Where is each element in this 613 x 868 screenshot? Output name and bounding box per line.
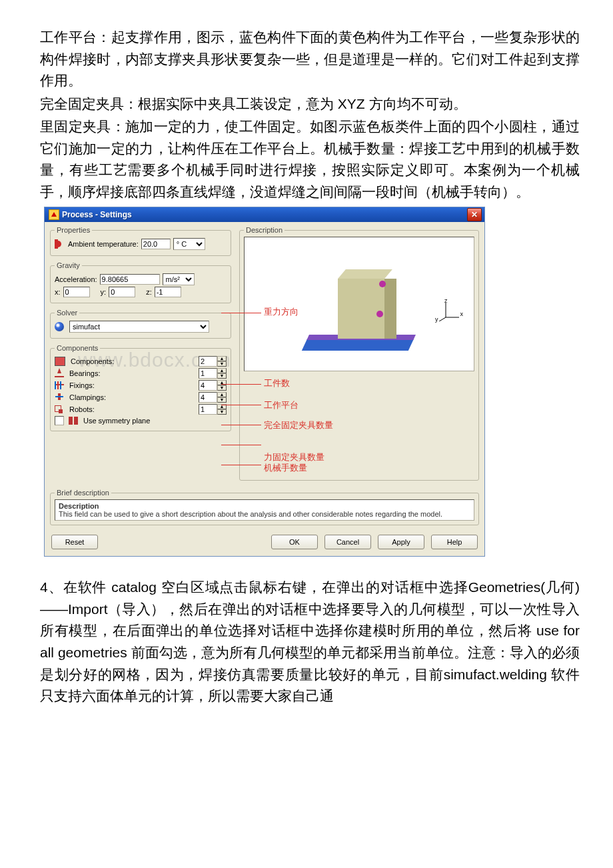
fixings-spinner[interactable]: ▲▼ xyxy=(199,380,227,391)
components-group: Components Components: ▲▼ Bearings: xyxy=(50,344,231,431)
components-icon xyxy=(55,357,65,366)
annotation-components: 工件数 xyxy=(264,377,290,389)
gravity-legend: Gravity xyxy=(55,261,82,269)
brief-legend: Brief description xyxy=(55,489,111,497)
paragraph-1: 工作平台：起支撑作用，图示，蓝色构件下面的黄色构件为工作平台，一些复杂形状的构件… xyxy=(40,27,580,92)
components-label: Components: xyxy=(71,357,196,365)
process-settings-dialog: Process - Settings ✕ www.bdocx.com Prope… xyxy=(44,207,485,557)
solver-select[interactable]: simufact xyxy=(69,321,209,333)
symmetry-label: Use symmetry plane xyxy=(83,417,150,425)
gravity-y-input[interactable] xyxy=(109,287,135,297)
brief-description-group: Brief description Description This field… xyxy=(50,489,479,525)
solver-icon xyxy=(55,322,64,331)
components-value[interactable] xyxy=(199,356,217,367)
spinner-down-icon[interactable]: ▼ xyxy=(217,373,227,379)
cancel-button[interactable]: Cancel xyxy=(324,535,371,549)
description-box: Description This field can be used to gi… xyxy=(55,499,474,521)
app-icon xyxy=(49,209,59,220)
acceleration-input[interactable] xyxy=(100,274,160,285)
gravity-x-label: x: xyxy=(55,288,61,296)
svg-line-2 xyxy=(439,317,446,321)
thermometer-icon xyxy=(55,239,65,249)
fixings-value[interactable] xyxy=(199,380,217,391)
robots-label: Robots: xyxy=(69,405,196,413)
dialog-title: Process - Settings xyxy=(62,210,132,219)
solver-legend: Solver xyxy=(55,309,79,317)
axis-x-label: x xyxy=(460,311,464,317)
spinner-up-icon[interactable]: ▲ xyxy=(217,404,227,409)
reset-button[interactable]: Reset xyxy=(51,535,98,549)
bearings-label: Bearings: xyxy=(69,369,196,377)
gravity-group: Gravity Acceleration: m/s² x: y: xyxy=(50,261,231,303)
ambient-temperature-input[interactable] xyxy=(141,239,171,249)
gravity-y-label: y: xyxy=(101,288,107,296)
axis-gizmo: z x y xyxy=(435,299,462,323)
robots-spinner[interactable]: ▲▼ xyxy=(199,404,227,415)
spinner-down-icon[interactable]: ▼ xyxy=(217,409,227,415)
help-button[interactable]: Help xyxy=(431,535,478,549)
symmetry-checkbox[interactable] xyxy=(55,416,64,425)
gravity-x-input[interactable] xyxy=(63,287,90,297)
fixings-label: Fixings: xyxy=(69,381,196,389)
properties-group: Properties Ambient temperature: ° C xyxy=(50,226,231,256)
dialog-titlebar: Process - Settings ✕ xyxy=(45,207,484,222)
gravity-z-label: z: xyxy=(146,288,152,296)
ok-button[interactable]: OK xyxy=(271,535,318,549)
paragraph-2: 完全固定夹具：根据实际中夹具工装设定，意为 XYZ 方向均不可动。 xyxy=(40,93,580,115)
axis-z-label: z xyxy=(444,297,448,304)
apply-button[interactable]: Apply xyxy=(378,535,424,549)
spinner-up-icon[interactable]: ▲ xyxy=(217,356,227,361)
bearings-icon xyxy=(55,369,64,377)
clampings-value[interactable] xyxy=(199,392,217,403)
axis-y-label: y xyxy=(435,316,438,323)
clampings-spinner[interactable]: ▲▼ xyxy=(199,392,227,403)
solver-group: Solver simufact xyxy=(50,309,231,339)
paragraph-4: 4、在软件 catalog 空白区域点击鼠标右键，在弹出的对话框中选择Geome… xyxy=(40,577,580,707)
components-spinner[interactable]: ▲▼ xyxy=(199,356,227,367)
spinner-down-icon[interactable]: ▼ xyxy=(217,397,227,403)
robots-icon xyxy=(55,405,64,413)
description-body: This field can be used to give a short d… xyxy=(59,510,442,518)
ambient-label: Ambient temperature: xyxy=(68,240,139,248)
ambient-unit-select[interactable]: ° C xyxy=(173,238,205,250)
preview-table xyxy=(302,339,414,351)
description-legend: Description xyxy=(244,226,285,234)
acceleration-unit-select[interactable]: m/s² xyxy=(163,273,195,285)
gravity-z-input[interactable] xyxy=(155,287,181,297)
spinner-up-icon[interactable]: ▲ xyxy=(217,368,227,373)
spinner-up-icon[interactable]: ▲ xyxy=(217,392,227,397)
description-group: Description z x y xyxy=(239,226,479,481)
spinner-up-icon[interactable]: ▲ xyxy=(217,380,227,385)
annotation-bearings: 工作平台 xyxy=(264,399,299,411)
paragraph-3: 里固定夹具：施加一定的力，使工件固定。如图示蓝色板类件上面的四个小圆柱，通过它们… xyxy=(40,116,580,203)
preview-workpiece xyxy=(338,279,396,339)
description-heading: Description xyxy=(59,502,99,510)
close-button[interactable]: ✕ xyxy=(467,208,482,221)
properties-legend: Properties xyxy=(55,226,92,234)
annotation-clampings: 力固定夹具数量 xyxy=(264,451,324,463)
bearings-value[interactable] xyxy=(199,368,217,379)
acceleration-label: Acceleration: xyxy=(55,275,97,283)
spinner-down-icon[interactable]: ▼ xyxy=(217,361,227,367)
fixings-icon xyxy=(55,381,64,389)
clampings-label: Clampings: xyxy=(69,393,196,401)
model-preview: z x y xyxy=(244,237,474,371)
annotation-robots: 机械手数量 xyxy=(264,462,307,474)
components-legend: Components xyxy=(55,344,100,352)
symmetry-icon xyxy=(69,417,78,425)
bearings-spinner[interactable]: ▲▼ xyxy=(199,368,227,379)
clampings-icon xyxy=(55,393,64,401)
annotation-fixings: 完全固定夹具数量 xyxy=(264,419,333,431)
close-icon: ✕ xyxy=(471,210,478,219)
robots-value[interactable] xyxy=(199,404,217,415)
spinner-down-icon[interactable]: ▼ xyxy=(217,385,227,391)
